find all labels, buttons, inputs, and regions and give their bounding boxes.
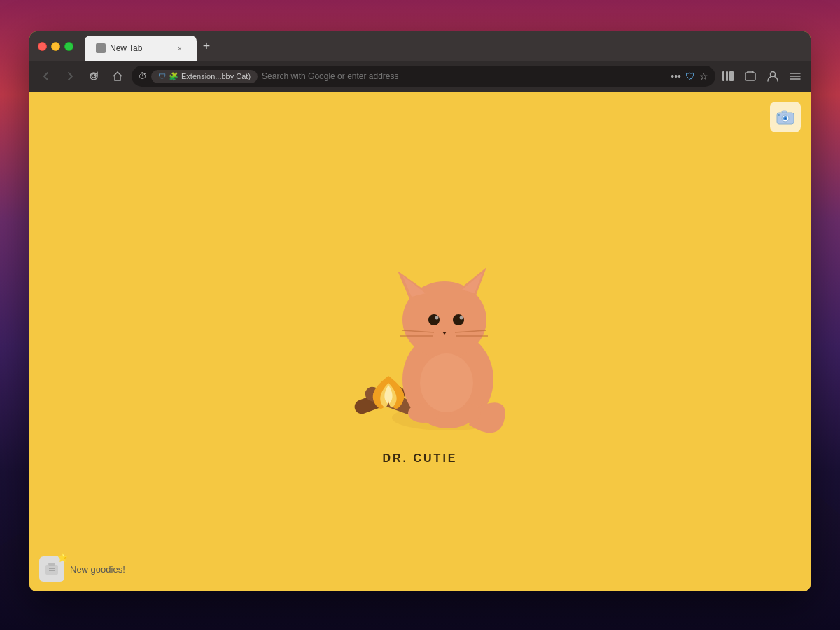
more-options-button[interactable]: ••• <box>671 71 681 82</box>
svg-rect-35 <box>46 565 58 575</box>
library-button[interactable] <box>720 68 736 85</box>
cat-scene: DR. CUTIE <box>287 218 553 465</box>
svg-rect-1 <box>726 71 728 81</box>
content-area: DR. CUTIE ⭐ New goodies! <box>29 92 811 592</box>
svg-rect-0 <box>722 71 724 81</box>
tab-bar: New Tab × + <box>85 31 802 61</box>
extension-label: Extension...bby Cat) <box>181 72 251 80</box>
cat-illustration <box>287 218 553 445</box>
close-window-button[interactable] <box>38 42 47 51</box>
svg-point-24 <box>428 314 440 326</box>
bookmark-button[interactable]: ☆ <box>699 71 708 82</box>
tab-title: New Tab <box>110 43 170 53</box>
notification-icon: ⭐ <box>39 556 64 582</box>
svg-point-34 <box>420 354 473 412</box>
address-bar[interactable]: ⏱ 🛡 🧩 Extension...bby Cat) Search with G… <box>132 66 715 87</box>
close-tab-button[interactable]: × <box>174 43 186 54</box>
tabs-overview-button[interactable] <box>742 68 759 85</box>
titlebar: New Tab × + <box>29 31 811 61</box>
toolbar: ⏱ 🛡 🧩 Extension...bby Cat) Search with G… <box>29 61 811 92</box>
account-button[interactable] <box>764 68 781 85</box>
svg-point-11 <box>785 118 787 120</box>
shield-button[interactable]: 🛡 <box>685 71 695 82</box>
svg-rect-3 <box>746 73 755 80</box>
svg-rect-2 <box>729 71 734 81</box>
home-button[interactable] <box>108 66 127 86</box>
notification-bar[interactable]: ⭐ New goodies! <box>39 556 125 582</box>
tab-favicon <box>96 43 106 53</box>
camera-button[interactable] <box>770 102 801 132</box>
address-url: 🛡 🧩 Extension...bby Cat) <box>151 70 258 83</box>
maximize-window-button[interactable] <box>64 42 74 51</box>
forward-button[interactable] <box>60 66 80 86</box>
menu-button[interactable] <box>787 68 804 85</box>
notification-star: ⭐ <box>57 553 68 563</box>
toolbar-icons <box>720 68 804 85</box>
traffic-lights <box>38 42 74 51</box>
svg-point-27 <box>460 316 463 320</box>
desktop: New Tab × + ⏱ 🛡 <box>0 0 840 630</box>
svg-point-25 <box>453 314 464 326</box>
active-tab[interactable]: New Tab × <box>85 36 197 61</box>
svg-rect-12 <box>782 111 787 113</box>
cat-name-label: DR. CUTIE <box>383 452 458 465</box>
search-input[interactable]: Search with Google or enter address <box>262 71 666 81</box>
minimize-window-button[interactable] <box>51 42 60 51</box>
notification-text: New goodies! <box>70 564 125 575</box>
refresh-button[interactable] <box>84 66 104 86</box>
new-tab-button[interactable]: + <box>197 36 216 56</box>
svg-rect-13 <box>778 114 780 115</box>
svg-rect-36 <box>48 563 55 566</box>
svg-point-26 <box>435 316 439 320</box>
back-button[interactable] <box>36 66 56 86</box>
browser-window: New Tab × + ⏱ 🛡 <box>29 31 811 592</box>
